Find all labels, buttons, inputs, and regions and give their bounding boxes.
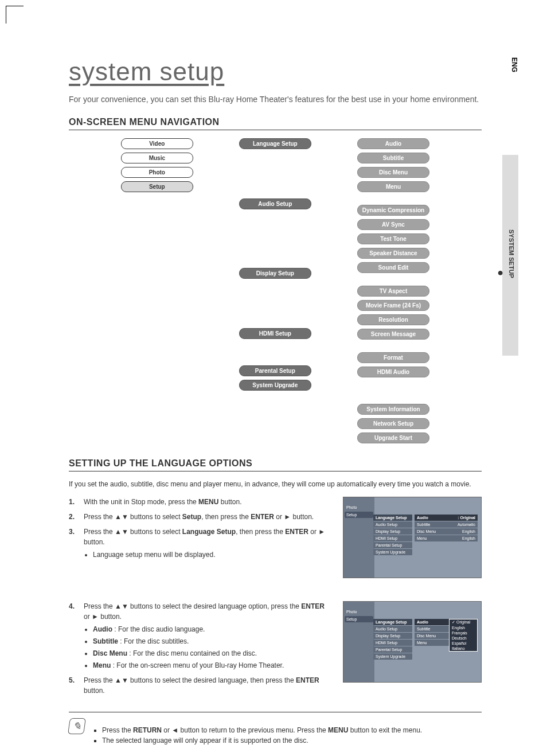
- lang-intro: If you set the audio, subtitle, disc men…: [69, 480, 482, 489]
- nav-item-display-setup: Display Setup: [239, 268, 311, 279]
- side-section-wrap: ● SYSTEM SETUP: [494, 166, 515, 280]
- nav-leaf: Resolution: [357, 314, 429, 325]
- nav-leaf: Disc Menu: [357, 167, 429, 178]
- screenshot-2: Photo Setup Language Setup Audio Setup D…: [343, 601, 482, 683]
- section-heading-lang: SETTING UP THE LANGUAGE OPTIONS: [69, 458, 482, 471]
- language-dropdown: Original English Français Deutsch Españo…: [449, 619, 478, 652]
- nav-leaf: System Information: [357, 404, 429, 415]
- nav-item-audio-setup: Audio Setup: [239, 198, 311, 209]
- page: ENG ● SYSTEM SETUP system setup For your…: [0, 0, 547, 756]
- note-icon: ✎: [68, 718, 86, 734]
- step-3: Press the ▲▼ buttons to select Language …: [69, 527, 331, 560]
- nav-item-photo: Photo: [121, 167, 193, 178]
- note-block: ✎ Press the RETURN or ◄ button to return…: [69, 712, 482, 753]
- nav-item-language-setup: Language Setup: [239, 138, 311, 149]
- note-2: The selected language will only appear i…: [102, 735, 422, 746]
- step-1: With the unit in Stop mode, press the ME…: [69, 497, 331, 507]
- nav-col3: Audio Subtitle Disc Menu Menu Dynamic Co…: [357, 138, 429, 443]
- side-bullet: ●: [494, 267, 506, 278]
- steps-row-2: Press the ▲▼ buttons to select the desir…: [69, 601, 482, 700]
- step-2: Press the ▲▼ buttons to select Setup, th…: [69, 512, 331, 522]
- note-list: Press the RETURN or ◄ button to return t…: [93, 725, 422, 746]
- content-area: system setup For your convenience, you c…: [34, 46, 516, 756]
- nav-item-hdmi-setup: HDMI Setup: [239, 328, 311, 339]
- step-4: Press the ▲▼ buttons to select the desir…: [69, 601, 331, 671]
- nav-leaf: AV Sync: [357, 219, 429, 230]
- page-title: system setup: [69, 57, 482, 86]
- nav-col2: Language Setup Audio Setup Display Setup…: [239, 138, 311, 443]
- note-1: Press the RETURN or ◄ button to return t…: [102, 725, 422, 735]
- section-heading-nav: ON-SCREEN MENU NAVIGATION: [69, 117, 482, 130]
- side-language: ENG: [510, 57, 518, 72]
- nav-item-system-upgrade: System Upgrade: [239, 380, 311, 391]
- screenshot-1: Photo Setup Language Setup Audio Setup D…: [343, 497, 482, 578]
- nav-leaf: HDMI Audio: [357, 367, 429, 377]
- menu-navigation-diagram: Video Music Photo Setup Language Setup A…: [69, 138, 482, 443]
- side-tab: ENG: [510, 57, 518, 72]
- nav-leaf: Subtitle: [357, 153, 429, 163]
- nav-item-parental-setup: Parental Setup: [239, 365, 311, 376]
- nav-leaf: Upgrade Start: [357, 432, 429, 443]
- side-section-label: SYSTEM SETUP: [508, 229, 515, 278]
- nav-leaf: Audio: [357, 138, 429, 149]
- nav-leaf: Format: [357, 352, 429, 363]
- nav-leaf: Speaker Distance: [357, 248, 429, 259]
- nav-leaf: Dynamic Compression: [357, 205, 429, 216]
- nav-item-setup: Setup: [121, 181, 193, 192]
- nav-leaf: Screen Message: [357, 329, 429, 340]
- nav-leaf: Test Tone: [357, 233, 429, 244]
- nav-col1: Video Music Photo Setup: [121, 138, 193, 443]
- steps-list-2: Press the ▲▼ buttons to select the desir…: [69, 601, 331, 696]
- steps-list-1: With the unit in Stop mode, press the ME…: [69, 497, 331, 560]
- nav-leaf: Movie Frame (24 Fs): [357, 300, 429, 311]
- nav-leaf: TV Aspect: [357, 286, 429, 297]
- step-3-sub: Language setup menu will be displayed.: [93, 550, 331, 560]
- nav-leaf: Menu: [357, 181, 429, 192]
- nav-item-music: Music: [121, 153, 193, 163]
- nav-leaf: Network Setup: [357, 418, 429, 429]
- steps-row-1: With the unit in Stop mode, press the ME…: [69, 497, 482, 590]
- nav-item-video: Video: [121, 138, 193, 149]
- nav-leaf: Sound Edit: [357, 262, 429, 273]
- intro-text: For your convenience, you can set this B…: [69, 94, 482, 106]
- step-5: Press the ▲▼ buttons to select the desir…: [69, 675, 331, 696]
